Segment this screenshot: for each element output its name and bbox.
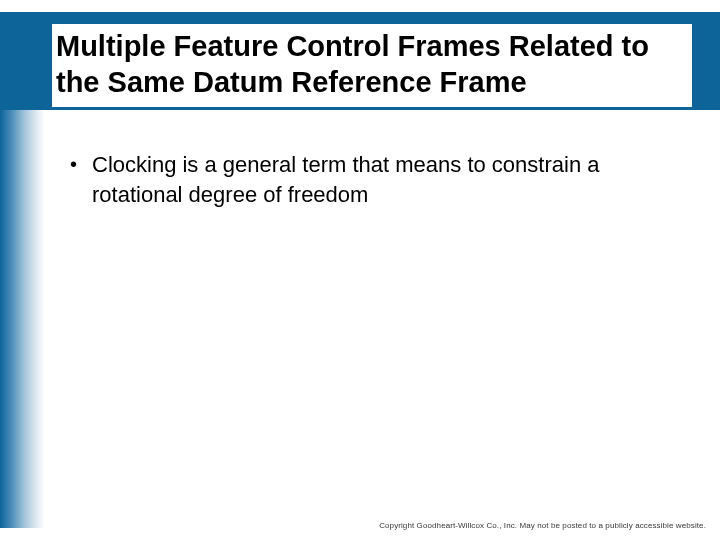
bullet-marker: • [70,150,92,179]
bullet-item: • Clocking is a general term that means … [70,150,680,209]
copyright-footer: Copyright Goodheart-Willcox Co., Inc. Ma… [379,521,706,530]
sidebar-gradient [0,110,45,528]
bullet-text: Clocking is a general term that means to… [92,150,680,209]
content-area: • Clocking is a general term that means … [70,150,680,209]
slide-title: Multiple Feature Control Frames Related … [52,24,692,107]
